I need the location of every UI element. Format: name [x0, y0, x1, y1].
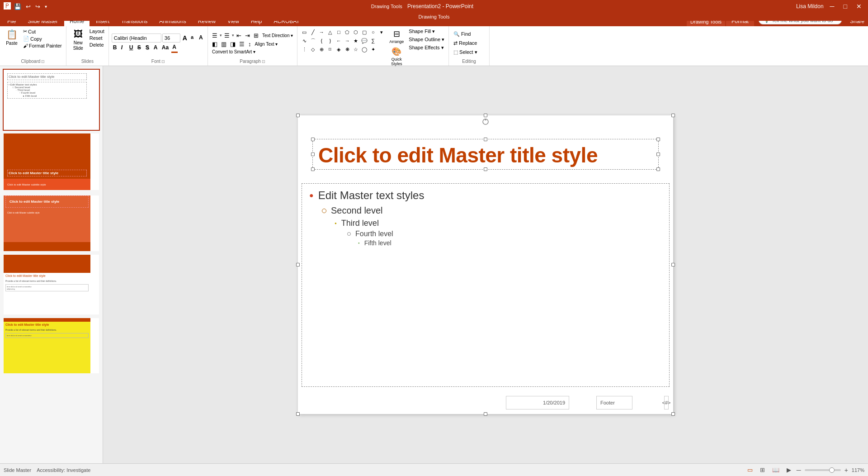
title-handle-tr[interactable]: [656, 138, 660, 141]
find-btn[interactable]: 🔍 Find: [452, 30, 472, 38]
close-btn[interactable]: ✕: [854, 3, 864, 10]
shape-circle[interactable]: ○: [369, 28, 377, 36]
save-qa-btn[interactable]: 💾: [13, 3, 23, 10]
cols-btn[interactable]: ⊞: [252, 32, 260, 39]
italic-btn[interactable]: I: [120, 44, 127, 52]
paste-button[interactable]: 📋 Paste: [3, 28, 21, 47]
copy-button[interactable]: 📄 Copy: [22, 35, 63, 42]
zoom-level[interactable]: 117%: [852, 467, 864, 473]
shape-s9[interactable]: ✦: [369, 45, 377, 53]
increase-indent-btn[interactable]: ⇥: [244, 32, 251, 39]
shape-line[interactable]: ╱: [309, 28, 317, 36]
shape-right-arrow[interactable]: →: [343, 37, 351, 45]
zoom-minus-btn[interactable]: ─: [797, 466, 801, 474]
shape-curve[interactable]: ∿: [300, 37, 308, 45]
slide-thumb-5[interactable]: Click to edit Master title style Provide…: [4, 318, 99, 373]
bullets-dropdown[interactable]: ▾: [220, 33, 222, 38]
shape-callout[interactable]: 💬: [360, 37, 368, 45]
shape-s8[interactable]: ◯: [360, 45, 368, 53]
line-spacing-btn[interactable]: ↕: [247, 40, 253, 48]
slide-sorter-btn[interactable]: ⊞: [758, 466, 767, 474]
convert-smartart-btn[interactable]: Convert to SmartArt ▾: [211, 49, 257, 55]
handle-ml[interactable]: [296, 263, 300, 267]
title-handle-bl[interactable]: [311, 167, 315, 171]
bullets-btn[interactable]: ☰: [211, 32, 219, 39]
strikethrough-btn[interactable]: S: [136, 44, 143, 52]
font-increase-btn[interactable]: A: [181, 34, 189, 42]
shape-s3[interactable]: ⊕: [317, 45, 326, 53]
shape-star[interactable]: ★: [352, 37, 360, 45]
format-painter-button[interactable]: 🖌 Format Painter: [22, 43, 63, 49]
justify-btn[interactable]: ☰: [238, 40, 246, 48]
title-handle-tl[interactable]: [311, 138, 315, 141]
content-text-box[interactable]: ● Edit Master text styles Second level ●…: [302, 183, 670, 387]
align-right-btn[interactable]: ◨: [229, 40, 237, 48]
font-size-input[interactable]: [162, 33, 180, 43]
shape-bracket[interactable]: {: [317, 37, 326, 45]
handle-mr[interactable]: [671, 263, 675, 267]
shape-s2[interactable]: ◇: [309, 45, 317, 53]
spacing-btn[interactable]: A: [152, 44, 160, 52]
title-handle-bm[interactable]: [484, 167, 487, 171]
accessibility-status[interactable]: Accessibility: Investigate: [37, 467, 90, 473]
align-text-btn[interactable]: Align Text ▾: [253, 41, 279, 47]
bold-btn[interactable]: B: [112, 44, 119, 52]
undo-qa-btn[interactable]: ↩: [24, 3, 32, 10]
title-handle-br[interactable]: [656, 167, 660, 171]
text-direction-btn[interactable]: Text Direction ▾: [261, 33, 294, 38]
delete-button[interactable]: Delete: [88, 42, 106, 48]
shape-s5[interactable]: ◈: [335, 45, 343, 53]
reading-view-btn[interactable]: 📖: [770, 466, 781, 474]
shape-pentagon[interactable]: ⬠: [343, 28, 351, 36]
shape-arc[interactable]: ⌒: [309, 37, 317, 45]
clipboard-expand-icon[interactable]: ⊡: [41, 59, 45, 64]
handle-tl[interactable]: [296, 114, 300, 117]
handle-tr[interactable]: [671, 114, 675, 117]
shape-rounded[interactable]: ▢: [360, 28, 368, 36]
case-btn[interactable]: Aa: [160, 44, 170, 52]
shape-effects-btn[interactable]: Shape Effects ▾: [407, 44, 446, 51]
underline-btn[interactable]: U: [128, 44, 135, 52]
slide-thumb-2[interactable]: Click to edit Master title style Click t…: [4, 133, 99, 190]
replace-btn[interactable]: ⇄ Replace: [452, 39, 479, 47]
zoom-slider[interactable]: [805, 469, 841, 471]
title-handle-mr[interactable]: [656, 152, 660, 156]
paragraph-expand-icon[interactable]: ⊡: [262, 59, 265, 64]
shape-outline-btn[interactable]: Shape Outline ▾: [407, 36, 446, 43]
font-color-btn[interactable]: A: [171, 43, 178, 53]
new-slide-button[interactable]: 🖼 New Slide: [69, 28, 87, 52]
slide-thumb-4[interactable]: Click to edit Master title style Provide…: [4, 255, 99, 314]
slide-thumb-1[interactable]: Click to edit Master title style • Edit …: [4, 70, 99, 130]
shape-s1[interactable]: ⋮: [300, 45, 308, 53]
zoom-plus-btn[interactable]: +: [844, 466, 848, 474]
customize-qa-btn[interactable]: ▾: [43, 4, 48, 9]
normal-view-btn[interactable]: ▭: [745, 466, 755, 474]
clear-format-btn[interactable]: A: [198, 34, 205, 42]
rotate-handle[interactable]: [482, 118, 489, 127]
shape-s6[interactable]: ❋: [343, 45, 351, 53]
restore-btn[interactable]: □: [841, 3, 850, 10]
shadow-btn[interactable]: S: [144, 44, 151, 52]
numbering-dropdown[interactable]: ▾: [232, 33, 234, 38]
font-expand-icon[interactable]: ⊡: [161, 59, 165, 64]
decrease-indent-btn[interactable]: ⇤: [235, 32, 243, 39]
font-decrease-btn[interactable]: a: [189, 34, 197, 42]
title-handle-tm[interactable]: [484, 138, 487, 141]
layout-button[interactable]: Layout: [88, 28, 106, 34]
align-center-btn[interactable]: ▥: [220, 40, 228, 48]
shape-more[interactable]: ▾: [377, 28, 386, 36]
align-left-btn[interactable]: ◧: [211, 40, 219, 48]
font-name-input[interactable]: [112, 33, 161, 43]
shape-triangle[interactable]: △: [326, 28, 334, 36]
shape-equation[interactable]: ∑: [369, 37, 377, 45]
redo-qa-btn[interactable]: ↪: [34, 3, 42, 10]
cut-button[interactable]: ✂ Cut: [22, 28, 63, 35]
handle-tm[interactable]: [484, 114, 487, 117]
select-btn[interactable]: ⬚ Select ▾: [452, 48, 479, 56]
slideshow-btn[interactable]: ▶: [785, 466, 793, 474]
arrange-btn[interactable]: ⊟ Arrange: [387, 28, 406, 45]
minimize-btn[interactable]: ─: [827, 3, 837, 10]
shape-s4[interactable]: ⌑: [326, 45, 334, 53]
shape-s7[interactable]: ☆: [352, 45, 360, 53]
slide-thumb-3[interactable]: Click to edit Master title style Click t…: [4, 195, 99, 251]
